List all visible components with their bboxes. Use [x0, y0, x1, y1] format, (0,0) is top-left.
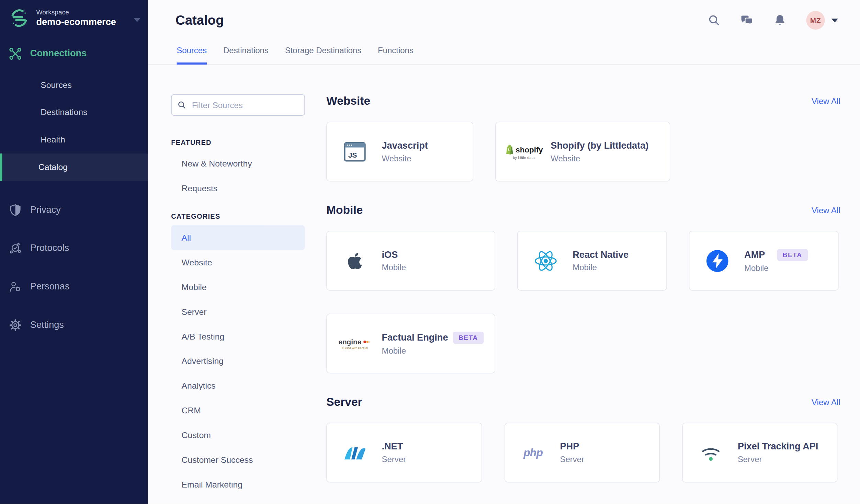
source-category: Server: [738, 455, 818, 464]
source-card-php[interactable]: php PHP Server: [505, 423, 660, 482]
segment-logo-icon: [9, 8, 30, 28]
amp-icon: [705, 250, 730, 272]
workspace-name: demo-ecommerce: [36, 16, 116, 28]
category-item-mobile[interactable]: Mobile: [171, 275, 305, 299]
source-name: Factual Engine: [382, 332, 448, 343]
source-name: PHP: [560, 442, 579, 453]
source-category: Mobile: [382, 346, 484, 355]
catalog-results: Website View All JS: [326, 94, 840, 504]
source-card-factual-engine[interactable]: engine Fueled with Factual: [326, 313, 495, 373]
sidebar-item-health[interactable]: Health: [0, 126, 148, 153]
category-item-ab-testing[interactable]: A/B Testing: [171, 324, 305, 349]
sidebar-item-personas[interactable]: Personas: [0, 267, 148, 306]
filter-sources-box[interactable]: [171, 94, 305, 116]
tab-functions[interactable]: Functions: [378, 46, 414, 65]
sidebar-item-label: Personas: [30, 281, 70, 292]
view-all-link[interactable]: View All: [812, 96, 840, 105]
bell-icon[interactable]: [773, 14, 787, 27]
sidebar-item-sources[interactable]: Sources: [0, 71, 148, 99]
connections-sub-nav: Sources Destinations Health Catalog: [0, 71, 148, 181]
featured-item-requests[interactable]: Requests: [171, 176, 305, 201]
category-item-custom[interactable]: Custom: [171, 423, 305, 447]
main-area: Catalog: [148, 0, 860, 504]
user-menu[interactable]: MZ: [806, 11, 838, 30]
source-card-ios[interactable]: iOS Mobile: [326, 231, 495, 290]
php-icon: php: [520, 446, 545, 459]
svg-text:JS: JS: [348, 151, 357, 159]
view-all-link[interactable]: View All: [812, 397, 840, 406]
source-category: Website: [382, 153, 428, 163]
sidebar-item-connections[interactable]: Connections: [0, 41, 148, 67]
source-card-javascript[interactable]: JS Javascript Website: [326, 122, 473, 182]
personas-icon: [9, 280, 22, 293]
chat-icon[interactable]: [740, 14, 754, 27]
category-item-email-marketing[interactable]: Email Marketing: [171, 472, 305, 497]
source-category: Mobile: [573, 263, 629, 272]
pixel-tracking-api-icon: [698, 443, 723, 462]
sidebar: Workspace demo-ecommerce Connections Sou…: [0, 0, 148, 504]
page-title: Catalog: [176, 13, 224, 28]
category-item-server[interactable]: Server: [171, 299, 305, 324]
sidebar-item-label: Protocols: [30, 243, 69, 254]
sidebar-item-privacy[interactable]: Privacy: [0, 191, 148, 229]
shopify-caption: by Little data: [513, 156, 534, 159]
sidebar-item-settings[interactable]: Settings: [0, 306, 148, 344]
tab-sources[interactable]: Sources: [177, 46, 207, 65]
source-name: AMP: [744, 250, 765, 261]
source-category: Mobile: [382, 263, 406, 272]
source-name: React Native: [573, 250, 629, 261]
factual-caption: Fueled with Factual: [342, 346, 368, 350]
source-name: .NET: [382, 442, 403, 453]
javascript-browser-icon: JS: [342, 142, 367, 161]
category-item-customer-success[interactable]: Customer Success: [171, 447, 305, 472]
apple-icon: [342, 250, 367, 272]
tab-storage-destinations[interactable]: Storage Destinations: [285, 46, 361, 65]
categories-heading: CATEGORIES: [171, 213, 305, 220]
source-card-dotnet[interactable]: .NET Server: [326, 423, 482, 482]
category-item-crm[interactable]: CRM: [171, 398, 305, 423]
factual-wordmark: engine: [338, 337, 361, 346]
filter-column: FEATURED New & Noteworthy Requests CATEG…: [171, 94, 305, 504]
workspace-switcher[interactable]: Workspace demo-ecommerce: [0, 0, 148, 35]
factual-engine-icon: engine Fueled with Factual: [342, 337, 367, 350]
featured-item-new-noteworthy[interactable]: New & Noteworthy: [171, 151, 305, 176]
category-item-all[interactable]: All: [171, 225, 305, 250]
react-icon: [533, 249, 558, 273]
section-title: Server: [326, 395, 362, 408]
section-mobile: Mobile View All iOS Mob: [326, 203, 840, 373]
section-server: Server View All: [326, 395, 840, 482]
category-item-analytics[interactable]: Analytics: [171, 374, 305, 398]
protocols-icon: [9, 242, 22, 255]
section-title: Mobile: [326, 203, 363, 216]
category-item-website[interactable]: Website: [171, 250, 305, 275]
tab-destinations[interactable]: Destinations: [223, 46, 269, 65]
source-category: Website: [551, 153, 648, 163]
search-icon[interactable]: [708, 14, 721, 27]
tabbar: Sources Destinations Storage Destination…: [148, 46, 860, 65]
sidebar-item-catalog[interactable]: Catalog: [0, 153, 148, 181]
gear-icon: [9, 319, 22, 332]
sidebar-item-label: Settings: [30, 320, 64, 331]
source-name: iOS: [382, 250, 398, 261]
avatar[interactable]: MZ: [806, 11, 825, 30]
workspace-label: Workspace: [36, 8, 116, 16]
sidebar-item-protocols[interactable]: Protocols: [0, 229, 148, 268]
source-card-pixel-tracking-api[interactable]: Pixel Tracking API Server: [682, 423, 838, 482]
sidebar-item-destinations[interactable]: Destinations: [0, 99, 148, 126]
view-all-link[interactable]: View All: [812, 205, 840, 215]
php-wordmark: php: [523, 446, 543, 459]
filter-sources-input[interactable]: [191, 100, 299, 110]
category-item-advertising[interactable]: Advertising: [171, 349, 305, 374]
source-card-shopify[interactable]: shopify by Little data Shopify (by Littl…: [495, 122, 670, 182]
source-name: Javascript: [382, 140, 428, 151]
source-name: Shopify (by Littledata): [551, 140, 648, 151]
source-card-react-native[interactable]: React Native Mobile: [517, 231, 667, 290]
source-category: Server: [560, 455, 584, 464]
dotnet-icon: [342, 444, 367, 461]
source-card-amp[interactable]: AMP BETA Mobile: [689, 231, 839, 290]
search-icon: [177, 100, 186, 110]
featured-heading: FEATURED: [171, 139, 305, 146]
source-category: Server: [382, 455, 406, 464]
section-website: Website View All JS: [326, 94, 840, 182]
beta-badge: BETA: [777, 249, 808, 261]
